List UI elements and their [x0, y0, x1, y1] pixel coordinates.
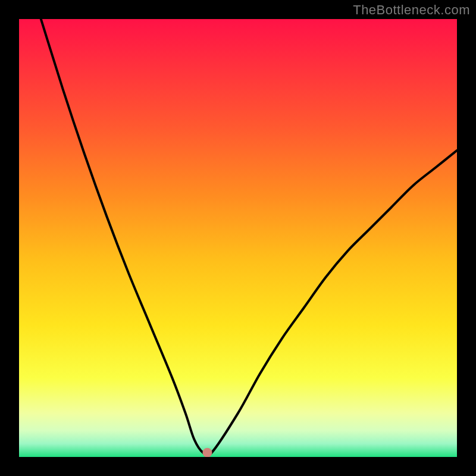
plot-area [19, 19, 457, 457]
svg-point-1 [202, 448, 212, 457]
watermark-text: TheBottleneck.com [353, 2, 470, 18]
current-config-marker [19, 19, 457, 457]
chart-container: TheBottleneck.com [0, 0, 476, 476]
